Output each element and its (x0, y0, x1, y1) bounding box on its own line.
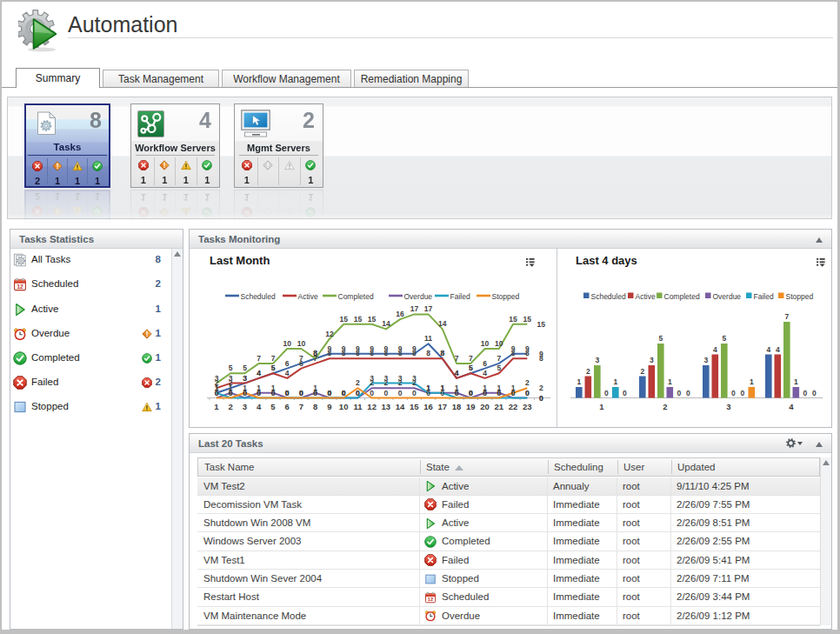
svg-text:0: 0 (623, 389, 627, 397)
svg-text:20: 20 (480, 402, 490, 411)
svg-text:0: 0 (525, 389, 530, 397)
svg-text:Last 4 days: Last 4 days (576, 254, 637, 267)
svg-text:Completed: Completed (664, 292, 700, 301)
svg-text:0: 0 (686, 389, 690, 397)
svg-text:0: 0 (285, 389, 290, 397)
svg-text:0: 0 (426, 389, 430, 397)
svg-text:21: 21 (495, 402, 504, 411)
svg-text:14: 14 (438, 319, 447, 328)
svg-text:4: 4 (483, 369, 487, 377)
svg-text:Stopped: Stopped (492, 292, 520, 301)
svg-text:4: 4 (455, 369, 459, 377)
svg-text:Active: Active (636, 292, 656, 301)
svg-text:17: 17 (438, 402, 448, 411)
svg-text:2: 2 (539, 384, 543, 392)
svg-text:5: 5 (243, 364, 247, 372)
svg-text:Completed: Completed (338, 292, 374, 301)
svg-text:3: 3 (384, 374, 389, 383)
svg-text:5: 5 (497, 364, 501, 372)
svg-text:4: 4 (789, 402, 794, 411)
svg-text:Failed: Failed (450, 292, 470, 301)
svg-text:16: 16 (423, 402, 433, 411)
svg-text:0: 0 (803, 389, 807, 397)
svg-text:4: 4 (776, 345, 780, 354)
svg-text:15: 15 (410, 402, 419, 411)
svg-text:0: 0 (328, 389, 332, 397)
svg-text:15: 15 (537, 320, 546, 329)
svg-text:8: 8 (356, 349, 360, 357)
svg-text:Scheduled: Scheduled (241, 292, 276, 301)
svg-text:11: 11 (424, 334, 432, 343)
svg-text:10: 10 (481, 339, 490, 348)
svg-text:5: 5 (270, 402, 276, 411)
svg-text:3: 3 (703, 356, 708, 364)
svg-text:14: 14 (382, 319, 390, 328)
svg-text:0: 0 (731, 389, 736, 397)
svg-text:0: 0 (812, 389, 817, 397)
svg-text:8: 8 (313, 349, 317, 357)
svg-text:1: 1 (511, 384, 516, 392)
svg-text:0: 0 (215, 389, 219, 397)
svg-text:3: 3 (229, 374, 233, 383)
svg-text:8: 8 (384, 349, 389, 357)
svg-text:7: 7 (455, 354, 459, 363)
svg-text:8: 8 (511, 349, 516, 357)
svg-text:Active: Active (298, 292, 318, 301)
svg-text:1: 1 (577, 377, 581, 386)
svg-text:Failed: Failed (754, 292, 774, 301)
svg-text:8: 8 (398, 349, 403, 357)
svg-text:0: 0 (257, 389, 261, 397)
svg-text:1: 1 (599, 402, 604, 411)
svg-text:3: 3 (595, 356, 599, 364)
svg-text:8: 8 (370, 349, 374, 357)
svg-text:1: 1 (794, 377, 798, 386)
svg-text:7: 7 (497, 354, 501, 363)
svg-text:2: 2 (229, 402, 233, 411)
svg-text:3: 3 (398, 374, 403, 383)
svg-text:Overdue: Overdue (404, 292, 433, 301)
svg-text:3: 3 (412, 374, 417, 383)
svg-text:3: 3 (215, 374, 219, 383)
svg-text:0: 0 (604, 389, 609, 397)
svg-text:3: 3 (243, 374, 247, 383)
svg-text:0: 0 (677, 389, 681, 397)
svg-text:0: 0 (740, 389, 744, 397)
svg-text:8: 8 (525, 349, 530, 357)
svg-text:1: 1 (613, 377, 617, 386)
svg-text:17: 17 (410, 304, 419, 313)
svg-text:23: 23 (523, 402, 532, 411)
svg-text:7: 7 (469, 354, 473, 363)
svg-text:8: 8 (313, 402, 317, 411)
svg-text:15: 15 (368, 315, 377, 324)
svg-text:0: 0 (229, 389, 233, 397)
svg-text:6: 6 (285, 359, 290, 368)
svg-text:Stopped: Stopped (786, 292, 814, 301)
svg-text:Overdue: Overdue (713, 292, 742, 301)
svg-text:16: 16 (396, 310, 404, 318)
svg-text:Last Month: Last Month (210, 254, 270, 267)
svg-text:8: 8 (412, 349, 417, 357)
svg-text:10: 10 (339, 402, 349, 411)
svg-text:5: 5 (229, 364, 233, 372)
svg-text:1: 1 (243, 384, 247, 392)
svg-text:6: 6 (483, 359, 487, 368)
svg-text:9: 9 (327, 402, 331, 411)
svg-text:15: 15 (339, 315, 348, 324)
svg-text:0: 0 (483, 389, 487, 397)
svg-text:0: 0 (440, 389, 444, 397)
svg-text:1: 1 (668, 377, 672, 386)
svg-text:0: 0 (412, 389, 417, 397)
svg-text:0: 0 (398, 389, 403, 397)
svg-text:7: 7 (299, 402, 303, 411)
svg-text:0: 0 (469, 389, 473, 397)
svg-text:15: 15 (509, 315, 517, 324)
svg-text:0: 0 (497, 389, 501, 397)
svg-text:3: 3 (370, 374, 374, 383)
svg-text:2: 2 (525, 378, 530, 387)
svg-text:5: 5 (722, 334, 726, 343)
svg-text:10: 10 (297, 339, 306, 348)
svg-text:5: 5 (469, 364, 473, 372)
svg-text:0: 0 (299, 389, 303, 397)
svg-text:2: 2 (663, 402, 667, 411)
svg-text:17: 17 (424, 304, 433, 313)
